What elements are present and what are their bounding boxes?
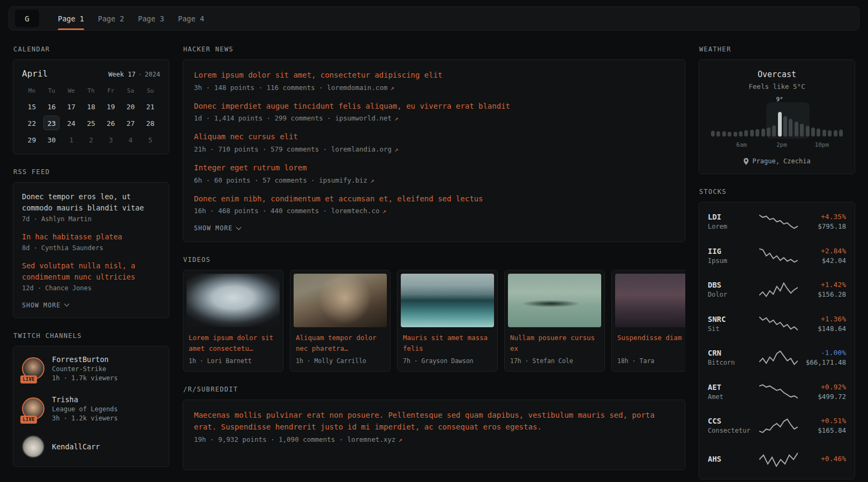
stock-symbol: CRN	[708, 349, 755, 357]
calendar-week-label: Week 17	[108, 71, 136, 78]
video-meta: 18h · Tara	[612, 353, 685, 371]
stock-sparkline	[759, 247, 798, 263]
weather-time-label: 2pm	[776, 141, 787, 148]
item-domain-link[interactable]: loremnet.xyz↗	[347, 435, 402, 443]
rss-item-title[interactable]: Donec tempor eros leo, ut commodo mauris…	[22, 191, 160, 214]
rss-section-title: RSS FEED	[13, 168, 169, 176]
rss-item-title[interactable]: Sed volutpat nulla nisl, a condimentum n…	[22, 260, 160, 283]
tab-page-3[interactable]: Page 3	[131, 7, 171, 30]
hackernews-item-meta: 21h · 710 points · 579 comments · loreml…	[194, 145, 674, 153]
tab-label: Page 3	[138, 14, 164, 23]
hackernews-item-title[interactable]: Donec imperdiet augue tincidunt felis al…	[194, 101, 674, 112]
videos-row: Lorem ipsum dolor sit amet consectetu… 1…	[183, 270, 685, 372]
stock-row: SNRCSit +1.36%$148.64	[708, 307, 846, 341]
live-badge: LIVE	[20, 375, 37, 383]
item-domain-link[interactable]: loremlandia.org↗	[331, 145, 398, 153]
calendar-day: 26	[103, 116, 119, 130]
calendar-day-next-month: 4	[123, 132, 139, 147]
stocks-card: LDILorem +4.35%$795.18 IIGIpsum +2.84%$4…	[699, 202, 855, 479]
video-thumbnail	[615, 274, 685, 327]
video-card[interactable]: Nullam posuere cursus ex 17h · Stefan Co…	[504, 270, 605, 372]
calendar-header: April Week 17·2024	[22, 69, 160, 79]
calendar-day: 21	[143, 99, 159, 114]
stock-sparkline	[759, 451, 798, 468]
stock-row: AHS +0.46%	[708, 443, 846, 477]
calendar-day-next-month: 5	[143, 132, 159, 147]
channel-game: League of Legends	[52, 405, 118, 413]
subreddit-item-title[interactable]: Maecenas mollis pulvinar erat non posuer…	[194, 410, 674, 433]
video-meta: 7h · Grayson Dawson	[398, 353, 497, 371]
item-domain-link[interactable]: ipsumify.biz↗	[319, 176, 374, 184]
video-card[interactable]: Aliquam tempor dolor nec pharetra… 1h · …	[290, 270, 391, 372]
rss-item-title[interactable]: In hac habitasse platea	[22, 231, 160, 243]
stock-sparkline	[759, 315, 798, 332]
tab-page-4[interactable]: Page 4	[171, 7, 211, 30]
chevron-down-icon	[236, 224, 242, 230]
stock-row: DBSDolor +1.42%$156.28	[708, 273, 846, 307]
video-title: Mauris sit amet massa felis	[398, 330, 497, 353]
stock-price: $156.28	[802, 290, 846, 298]
twitch-channel[interactable]: LIVE Trisha League of Legends 3h · 1.2k …	[22, 395, 160, 422]
weather-time-axis: 6am 2pm 10pm	[709, 141, 845, 149]
item-domain-link[interactable]: loremtech.co↗	[331, 207, 386, 215]
hackernews-item-title[interactable]: Aliquam nec cursus elit	[194, 131, 674, 143]
calendar-month: April	[22, 69, 48, 79]
tab-page-2[interactable]: Page 2	[91, 7, 131, 30]
item-domain: loremnet.xyz	[347, 435, 395, 443]
rss-card: Donec tempor eros leo, ut commodo mauris…	[13, 182, 169, 318]
calendar-day-next-month: 1	[63, 132, 79, 147]
hackernews-widget: HACKER NEWS Lorem ipsum dolor sit amet, …	[183, 46, 685, 242]
calendar-day: 27	[123, 116, 139, 130]
calendar-day: 28	[143, 116, 159, 130]
hackernews-item-meta: 1d · 1,414 points · 299 comments · ipsum…	[194, 114, 674, 122]
hackernews-item: Lorem ipsum dolor sit amet, consectetur …	[194, 70, 674, 92]
stock-name: Dolor	[708, 291, 755, 298]
hackernews-item-title[interactable]: Lorem ipsum dolor sit amet, consectetur …	[194, 70, 674, 81]
video-card[interactable]: Lorem ipsum dolor sit amet consectetu… 1…	[183, 270, 283, 372]
separator-dot: ·	[138, 71, 142, 78]
video-card[interactable]: Mauris sit amet massa felis 7h · Grayson…	[397, 270, 498, 372]
twitch-channel[interactable]: KendallCarr	[22, 435, 160, 458]
weather-location-text: Prague, Czechia	[752, 157, 810, 165]
page-tabs: Page 1 Page 2 Page 3 Page 4	[51, 7, 211, 30]
stock-symbol: LDI	[708, 213, 755, 221]
avatar: LIVE	[22, 357, 44, 380]
channel-info: ForrestBurton Counter-Strike 1h · 1.7k v…	[52, 355, 118, 382]
stock-change: +0.46%	[802, 455, 846, 463]
hackernews-item-meta: 6h · 60 points · 57 comments · ipsumify.…	[194, 176, 674, 184]
stock-sparkline	[759, 418, 798, 434]
hackernews-item-title[interactable]: Integer eget rutrum lorem	[194, 162, 674, 174]
calendar-day-header: Su	[147, 86, 154, 97]
calendar-section-title: CALENDAR	[13, 46, 169, 53]
stock-change: +1.36%	[802, 315, 846, 323]
channel-name: Trisha	[52, 395, 118, 404]
twitch-widget: TWITCH CHANNELS LIVE ForrestBurton Count…	[13, 332, 169, 467]
tab-label: Page 2	[98, 14, 124, 23]
item-domain-link[interactable]: ipsumworld.net↗	[335, 114, 398, 122]
video-thumbnail	[508, 274, 601, 327]
weather-card: Overcast Feels like 5°C 9° 6am 2pm 10pm …	[699, 59, 855, 174]
video-title: Lorem ipsum dolor sit amet consectetu…	[183, 330, 283, 353]
rss-item-meta: 12d · Chance Jones	[22, 284, 160, 292]
hackernews-item-title[interactable]: Donec enim nibh, condimentum et accumsan…	[194, 193, 674, 205]
video-card[interactable]: Suspendisse diam 18h · Tara	[611, 270, 685, 372]
tab-page-1[interactable]: Page 1	[51, 7, 91, 30]
hackernews-show-more-button[interactable]: SHOW MORE	[194, 224, 241, 232]
calendar-day: 20	[123, 99, 139, 114]
item-domain-link[interactable]: loremdomain.com↗	[327, 84, 394, 92]
middle-column: HACKER NEWS Lorem ipsum dolor sit amet, …	[183, 46, 685, 482]
left-column: CALENDAR April Week 17·2024 Mo Tu We Th …	[13, 46, 169, 481]
stocks-widget: STOCKS LDILorem +4.35%$795.18 IIGIpsum +…	[699, 188, 855, 479]
subreddit-section-title: /R/SUBREDDIT	[183, 386, 685, 393]
hackernews-item: Donec imperdiet augue tincidunt felis al…	[194, 101, 674, 123]
twitch-section-title: TWITCH CHANNELS	[13, 332, 169, 340]
stock-price: $66,171.48	[802, 358, 846, 366]
stocks-section-title: STOCKS	[699, 188, 855, 195]
twitch-channel[interactable]: LIVE ForrestBurton Counter-Strike 1h · 1…	[22, 355, 160, 382]
rss-show-more-button[interactable]: SHOW MORE	[22, 302, 69, 309]
calendar-day-header: Sa	[127, 86, 134, 97]
weather-feels-like: Feels like 5°C	[709, 82, 845, 91]
external-link-icon: ↗	[390, 84, 394, 92]
video-title: Aliquam tempor dolor nec pharetra…	[290, 330, 390, 353]
video-thumbnail	[294, 274, 387, 327]
